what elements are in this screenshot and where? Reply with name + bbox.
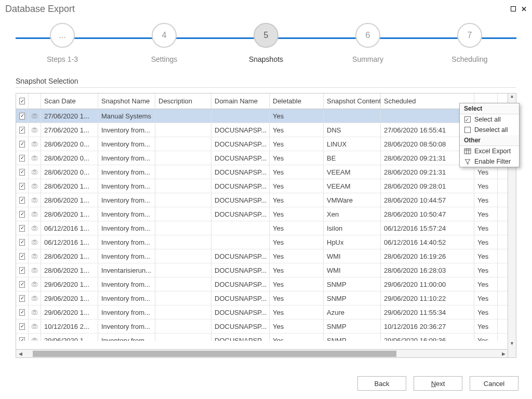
maximize-button[interactable]	[511, 6, 516, 12]
table-row[interactable]: 06/12/2016 1...Inventory from...YesIsilo…	[16, 221, 516, 235]
row-checkbox[interactable]	[16, 235, 29, 249]
row-checkbox[interactable]	[16, 193, 29, 207]
row-checkbox[interactable]	[16, 320, 29, 333]
row-checkbox[interactable]	[16, 249, 29, 263]
header-domain-name[interactable]: Domain Name	[211, 94, 270, 109]
header-scan-date[interactable]: Scan Date	[41, 94, 98, 109]
cell-deletable: Yes	[270, 109, 324, 123]
row-checkbox[interactable]	[16, 221, 29, 235]
wizard-step-5[interactable]: 7Scheduling	[454, 23, 485, 63]
snapshot-table: Scan Date Snapshot Name Description Doma…	[16, 93, 516, 358]
row-checkbox[interactable]	[16, 334, 29, 341]
row-checkbox[interactable]	[16, 305, 29, 319]
button-bar: Back Next Cancel	[357, 376, 518, 391]
table-row[interactable]: 28/06/2020 1...Inventarisierun...DOCUSNA…	[16, 263, 516, 277]
step-circle: 6	[355, 23, 380, 48]
context-group-other: Other	[460, 135, 519, 146]
scroll-up-button[interactable]: ▲	[508, 94, 516, 102]
menu-enable-filter[interactable]: Enable Filter	[460, 156, 519, 167]
cell-snapshot-name: Inventory from...	[98, 277, 155, 291]
row-checkbox[interactable]	[16, 207, 29, 221]
scroll-down-button[interactable]: ▼	[508, 341, 516, 349]
header-description[interactable]: Description	[155, 94, 211, 109]
table-row[interactable]: 29/06/2020 1...Inventory from...DOCUSNAP…	[16, 291, 516, 305]
wizard-step-3[interactable]: 5Snapshots	[250, 23, 282, 63]
cell-snapshot-content: WMI	[324, 263, 381, 277]
header-select-all[interactable]	[16, 94, 29, 109]
cell-last: Yes	[474, 235, 498, 249]
table-row[interactable]: 29/06/2020 1...Inventory from...DOCUSNAP…	[16, 305, 516, 320]
row-checkbox[interactable]	[16, 109, 29, 123]
snapshot-type-icon	[29, 151, 41, 165]
cell-snapshot-name: Inventory from...	[98, 249, 155, 263]
header-deletable[interactable]: Deletable	[270, 94, 324, 109]
header-snapshot-content[interactable]: Snapshot Content	[324, 94, 381, 109]
table-row[interactable]: 10/12/2016 2...Inventory from...DOCUSNAP…	[16, 320, 516, 334]
row-checkbox[interactable]	[16, 179, 29, 193]
cell-deletable: Yes	[270, 235, 324, 249]
cell-snapshot-content: VMWare	[324, 193, 381, 207]
cancel-button[interactable]: Cancel	[470, 376, 518, 391]
close-button[interactable]: ✕	[521, 6, 527, 12]
checkbox-icon	[19, 323, 25, 330]
svg-point-29	[33, 242, 35, 244]
table-row[interactable]: 28/06/2020 0...Inventory from...DOCUSNAP…	[16, 137, 516, 151]
table-row[interactable]: 28/06/2020 1...Inventory from...DOCUSNAP…	[16, 193, 516, 207]
menu-select-all[interactable]: Select all	[460, 114, 519, 125]
svg-rect-51	[464, 149, 471, 154]
step-label: Steps 1-3	[47, 55, 78, 63]
table-row[interactable]: 28/06/2020 1...Inventory from...DOCUSNAP…	[16, 207, 516, 221]
checkbox-icon	[19, 155, 25, 162]
window-title: Database Export	[5, 4, 75, 15]
cell-domain-name: DOCUSNAPSP...	[211, 165, 270, 179]
table-row[interactable]: 28/06/2020 0...Inventory from...DOCUSNAP…	[16, 151, 516, 165]
row-checkbox[interactable]	[16, 123, 29, 137]
wizard-step-4[interactable]: 6Summary	[352, 23, 383, 63]
table-row[interactable]: 06/12/2016 1...Inventory from...YesHpUx0…	[16, 235, 516, 249]
cell-domain-name: DOCUSNAPSP...	[211, 179, 270, 193]
wizard-step-1[interactable]: ...Steps 1-3	[47, 23, 78, 63]
cell-snapshot-content: BE	[324, 151, 381, 165]
row-checkbox[interactable]	[16, 291, 29, 305]
cell-snapshot-content	[324, 109, 381, 123]
checkbox-icon	[19, 197, 25, 204]
cell-scan-date: 28/06/2020 1...	[41, 207, 98, 221]
cell-snapshot-name: Inventory from...	[98, 123, 155, 137]
menu-excel-export[interactable]: Excel Export	[460, 146, 519, 156]
row-checkbox[interactable]	[16, 137, 29, 151]
cell-last: Yes	[474, 207, 498, 221]
back-button[interactable]: Back	[357, 376, 406, 391]
table-row[interactable]: 28/06/2020 1...Inventory from...DOCUSNAP…	[16, 179, 516, 193]
row-checkbox[interactable]	[16, 263, 29, 277]
next-button[interactable]: Next	[414, 376, 462, 391]
table-row[interactable]: 29/06/2020 1...Inventory from...DOCUSNAP…	[16, 334, 516, 341]
hscroll-track[interactable]	[24, 351, 499, 357]
cell-domain-name	[211, 221, 270, 235]
svg-point-38	[33, 284, 35, 286]
row-checkbox[interactable]	[16, 151, 29, 165]
cell-deletable: Yes	[270, 179, 324, 193]
scroll-left-button[interactable]: ◀	[16, 351, 24, 356]
cell-deletable: Yes	[270, 320, 324, 333]
table-row[interactable]: 27/06/2020 1...Manual SystemsYes	[16, 109, 516, 123]
table-row[interactable]: 29/06/2020 1...Inventory from...DOCUSNAP…	[16, 277, 516, 291]
hscroll-thumb[interactable]	[33, 351, 396, 357]
row-checkbox[interactable]	[16, 165, 29, 179]
table-row[interactable]: 28/06/2020 0...Inventory from...DOCUSNAP…	[16, 165, 516, 179]
back-button-label: Back	[375, 380, 390, 388]
table-row[interactable]: 28/06/2020 1...Inventory from...DOCUSNAP…	[16, 249, 516, 263]
cell-snapshot-name: Inventory from...	[98, 320, 155, 333]
wizard-step-2[interactable]: 4Settings	[149, 23, 180, 63]
horizontal-scrollbar[interactable]: ◀ ▶	[16, 349, 508, 357]
snapshot-type-icon	[29, 249, 41, 263]
window-buttons: ✕	[511, 6, 527, 12]
cell-scan-date: 06/12/2016 1...	[41, 221, 98, 235]
svg-point-50	[33, 340, 35, 341]
scroll-right-button[interactable]: ▶	[499, 351, 508, 356]
menu-enable-filter-label: Enable Filter	[474, 158, 511, 165]
row-checkbox[interactable]	[16, 277, 29, 291]
menu-deselect-all[interactable]: Deselect all	[460, 125, 519, 135]
step-circle: 5	[254, 23, 278, 48]
table-row[interactable]: 27/06/2020 1...Inventory from...DOCUSNAP…	[16, 123, 516, 137]
header-snapshot-name[interactable]: Snapshot Name	[98, 94, 155, 109]
